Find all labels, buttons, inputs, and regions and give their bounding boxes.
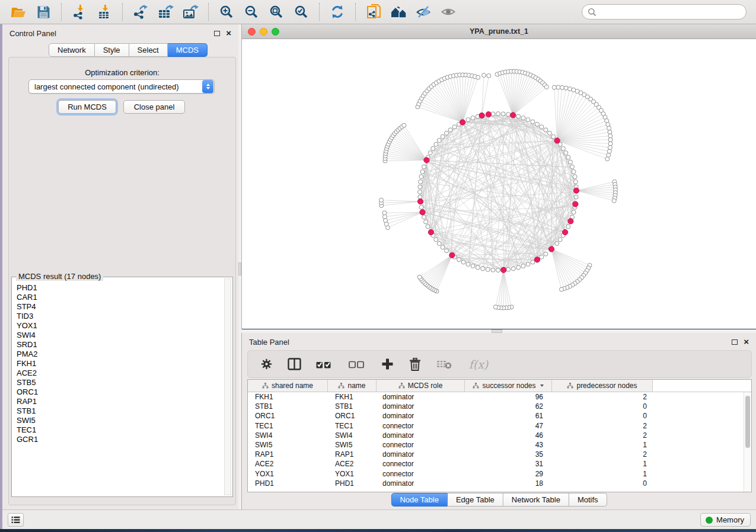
mcds-result-item[interactable]: TEC1 [17,425,223,435]
mcds-node[interactable] [568,219,573,224]
mcds-result-item[interactable]: GCR1 [17,435,223,444]
select-all-icon[interactable] [314,357,334,372]
mcds-result-item[interactable]: TID3 [17,312,223,321]
table-row[interactable]: SWI5SWI5connector431 [248,440,744,450]
close-window-icon[interactable] [248,28,256,36]
table-row[interactable]: PHD1PHD1dominator180 [248,479,744,488]
column-header-shared-name[interactable]: shared name [248,380,328,392]
table-row[interactable]: FKH1FKH1dominator962 [248,392,744,402]
mcds-node[interactable] [479,113,484,118]
mcds-node[interactable] [511,113,516,118]
delete-table-icon[interactable] [435,357,453,372]
column-header-name[interactable]: name [328,380,377,392]
close-panel-button[interactable]: Close panel [123,100,185,114]
export-table-icon[interactable] [155,3,176,21]
mcds-result-item[interactable]: SRD1 [17,340,223,350]
mcds-node[interactable] [428,229,433,235]
mcds-node[interactable] [417,199,423,204]
float-panel-icon[interactable] [214,31,220,36]
float-table-panel-icon[interactable] [732,339,738,345]
mcds-result-item[interactable]: CAR1 [17,293,223,302]
search-field[interactable] [582,4,747,20]
zoom-fit-icon[interactable] [266,3,286,21]
mcds-result-item[interactable]: PMA2 [17,350,223,359]
tab-network[interactable]: Network [49,43,95,57]
mcds-node[interactable] [563,229,568,235]
function-builder-icon[interactable]: f(x) [465,357,492,372]
mcds-result-item[interactable]: PHD1 [17,283,223,293]
mcds-node[interactable] [573,188,579,193]
mcds-node[interactable] [501,267,506,273]
column-header-successor-nodes[interactable]: successor nodes [465,380,552,392]
mcds-node[interactable] [554,138,560,143]
mcds-node[interactable] [548,246,554,252]
delete-column-icon[interactable] [407,357,423,372]
mcds-result-item[interactable]: SWI5 [17,416,223,425]
column-header-MCDS-role[interactable]: MCDS role [377,380,465,392]
zoom-out-icon[interactable] [241,3,261,21]
search-input[interactable] [596,8,746,17]
minimize-window-icon[interactable] [260,28,267,36]
table-settings-icon[interactable] [259,357,274,372]
mcds-result-item[interactable]: STB1 [17,406,223,416]
hide-selected-eye-icon[interactable] [413,3,433,21]
mcds-result-item[interactable]: RAP1 [17,397,223,406]
tab-select[interactable]: Select [129,43,168,57]
share-network-icon[interactable] [363,3,384,21]
mcds-result-item[interactable]: STB5 [17,378,223,387]
zoom-selected-icon[interactable] [291,3,311,21]
deselect-all-icon[interactable] [347,357,367,372]
table-row[interactable]: YOX1YOX1connector291 [248,469,744,479]
table-scrollbar[interactable] [744,392,751,492]
table-row[interactable]: SWI4SWI4dominator462 [248,431,744,440]
show-all-eye-icon[interactable] [438,3,458,21]
save-session-icon[interactable] [33,3,53,21]
tab-network-table[interactable]: Network Table [503,493,569,507]
mcds-result-item[interactable]: YOX1 [17,321,223,331]
column-layout-icon[interactable] [286,357,302,372]
close-panel-icon[interactable]: × [226,30,231,36]
add-column-icon[interactable] [379,357,395,372]
mcds-node[interactable] [534,257,540,262]
memory-button[interactable]: Memory [700,513,751,527]
mcds-list-scrollbar[interactable] [224,278,231,495]
optimization-criterion-select[interactable]: largest connected component (undirected) [28,79,215,94]
home-icon[interactable] [388,3,409,21]
table-row[interactable]: TEC1TEC1connector472 [248,421,744,431]
tab-style[interactable]: Style [95,43,129,57]
mcds-result-item[interactable]: ACE2 [17,368,223,378]
column-header-predecessor-nodes[interactable]: predecessor nodes [552,380,653,392]
mcds-node[interactable] [424,158,429,163]
maximize-window-icon[interactable] [272,28,279,36]
mcds-node[interactable] [449,252,455,258]
open-session-icon[interactable] [8,3,28,21]
table-scrollbar-thumb[interactable] [745,396,750,448]
mcds-node[interactable] [573,201,578,207]
run-mcds-button[interactable]: Run MCDS [58,100,116,114]
table-row[interactable]: STB1STB1dominator620 [248,402,744,411]
table-row[interactable]: ACE2ACE2connector311 [248,459,744,469]
mcds-node[interactable] [420,210,425,215]
table-row[interactable]: ORC1ORC1dominator610 [248,411,744,421]
search-icon [588,8,596,17]
table-row[interactable]: RAP1RAP1dominator352 [248,450,744,459]
tab-motifs[interactable]: Motifs [569,493,607,507]
import-network-icon[interactable] [69,3,90,21]
mcds-result-item[interactable]: STP4 [17,302,223,312]
export-image-icon[interactable] [180,3,200,21]
tab-node-table[interactable]: Node Table [391,493,448,507]
export-network-icon[interactable] [130,3,151,21]
refresh-icon[interactable] [327,3,347,21]
network-canvas[interactable] [242,39,756,329]
import-table-icon[interactable] [94,3,114,21]
zoom-in-icon[interactable] [216,3,237,21]
tab-mcds[interactable]: MCDS [168,43,208,57]
mcds-result-item[interactable]: FKH1 [17,359,223,368]
mcds-node[interactable] [460,120,465,125]
close-table-panel-icon[interactable]: × [744,339,749,345]
mcds-node[interactable] [486,111,491,117]
tab-edge-table[interactable]: Edge Table [448,493,503,507]
task-history-button[interactable] [8,513,24,527]
mcds-result-item[interactable]: ORC1 [17,387,223,397]
mcds-result-item[interactable]: SWI4 [17,331,223,340]
